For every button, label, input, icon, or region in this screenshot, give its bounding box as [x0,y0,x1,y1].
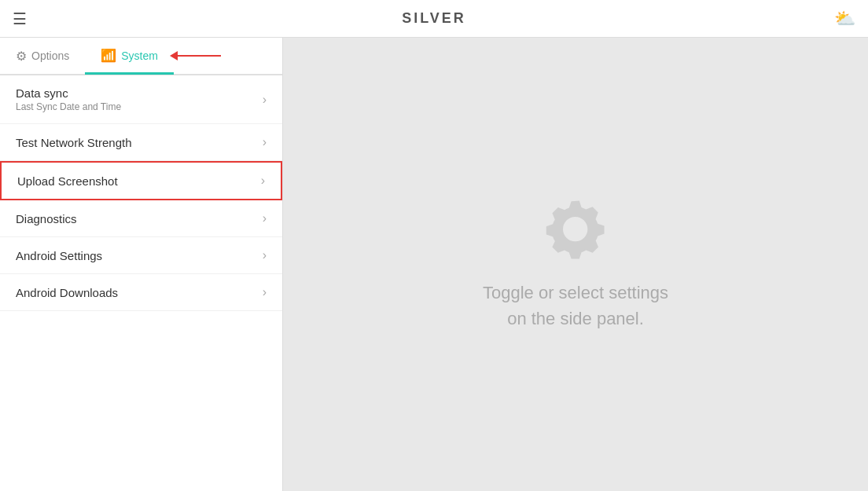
options-icon: ⚙ [16,49,27,64]
data-sync-label: Data sync [16,86,121,100]
main-layout: ⚙ Options 📶 System Data sync Las [0,38,868,491]
diagnostics-label: Diagnostics [16,212,77,225]
menu-item-android-settings[interactable]: Android Settings › [0,237,282,274]
android-settings-label: Android Settings [16,249,102,262]
upload-screenshot-label: Upload Screenshot [17,174,118,188]
test-network-chevron: › [263,135,267,149]
tab-options-label: Options [31,49,69,62]
menu-item-android-downloads[interactable]: Android Downloads › [0,274,282,311]
content-hint: Toggle or select settingson the side pan… [483,280,668,332]
menu-list: Data sync Last Sync Date and Time › Test… [0,75,282,311]
menu-item-test-network[interactable]: Test Network Strength › [0,124,282,161]
app-title: SILVER [402,10,466,27]
tab-system-label: System [121,49,158,62]
data-sync-sublabel: Last Sync Date and Time [16,101,121,112]
tab-options[interactable]: ⚙ Options [0,38,85,74]
data-sync-chevron: › [263,93,267,107]
sidebar: ⚙ Options 📶 System Data sync Las [0,38,283,491]
test-network-label: Test Network Strength [16,136,132,149]
menu-item-upload-screenshot[interactable]: Upload Screenshot › [0,161,282,200]
upload-screenshot-chevron: › [261,174,265,188]
tab-bar: ⚙ Options 📶 System [0,38,282,75]
hamburger-icon[interactable]: ☰ [13,9,27,28]
system-icon: 📶 [101,48,116,63]
cloud-icon[interactable]: ⛅ [834,9,855,29]
gear-icon [544,198,607,264]
tab-system[interactable]: 📶 System [85,38,174,75]
menu-item-data-sync[interactable]: Data sync Last Sync Date and Time › [0,75,282,124]
menu-item-diagnostics[interactable]: Diagnostics › [0,200,282,237]
top-bar: ☰ SILVER ⛅ [0,0,868,38]
content-area: Toggle or select settingson the side pan… [283,38,868,491]
android-downloads-label: Android Downloads [16,286,118,299]
android-downloads-chevron: › [263,285,267,299]
arrow-indicator [178,55,221,57]
android-settings-chevron: › [263,248,267,262]
diagnostics-chevron: › [263,211,267,225]
